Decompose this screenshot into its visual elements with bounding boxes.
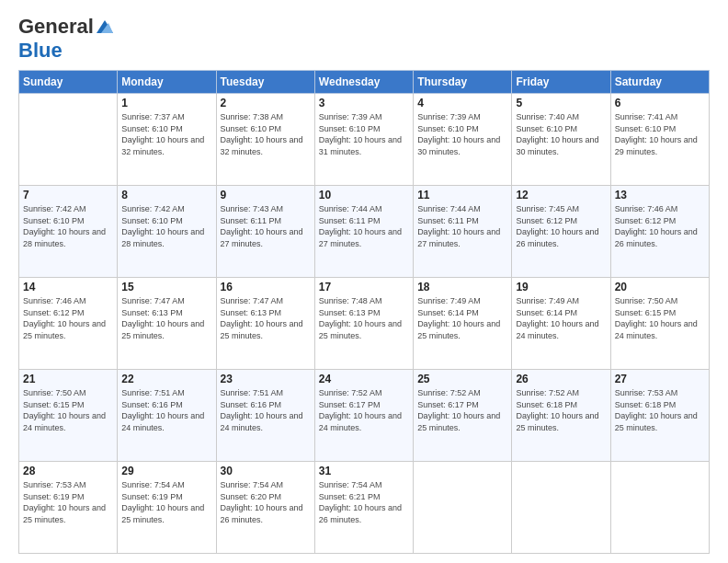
day-number: 1 [121,97,211,109]
week-row-5: 28Sunrise: 7:53 AM Sunset: 6:19 PM Dayli… [19,462,710,554]
calendar-cell: 3Sunrise: 7:39 AM Sunset: 6:10 PM Daylig… [314,94,413,186]
day-info: Sunrise: 7:50 AM Sunset: 6:15 PM Dayligh… [23,387,113,433]
calendar-cell: 13Sunrise: 7:46 AM Sunset: 6:12 PM Dayli… [610,186,709,278]
weekday-header-row: SundayMondayTuesdayWednesdayThursdayFrid… [19,71,710,94]
calendar-cell: 4Sunrise: 7:39 AM Sunset: 6:10 PM Daylig… [414,94,512,186]
calendar-cell [610,462,709,554]
calendar-cell: 8Sunrise: 7:42 AM Sunset: 6:10 PM Daylig… [118,186,216,278]
day-number: 23 [221,373,311,385]
calendar-cell: 21Sunrise: 7:50 AM Sunset: 6:15 PM Dayli… [19,370,118,462]
week-row-2: 7Sunrise: 7:42 AM Sunset: 6:10 PM Daylig… [19,186,710,278]
day-number: 17 [319,281,409,293]
day-number: 26 [516,373,606,385]
day-info: Sunrise: 7:48 AM Sunset: 6:13 PM Dayligh… [319,295,409,341]
day-info: Sunrise: 7:54 AM Sunset: 6:21 PM Dayligh… [319,479,409,525]
calendar-cell: 20Sunrise: 7:50 AM Sunset: 6:15 PM Dayli… [610,278,709,370]
day-number: 5 [516,97,606,109]
calendar-cell [19,94,118,186]
calendar-cell: 14Sunrise: 7:46 AM Sunset: 6:12 PM Dayli… [19,278,118,370]
weekday-header-thursday: Thursday [414,71,512,94]
day-number: 14 [23,281,113,293]
calendar-cell [512,462,610,554]
week-row-3: 14Sunrise: 7:46 AM Sunset: 6:12 PM Dayli… [19,278,710,370]
day-number: 28 [23,465,113,477]
weekday-header-friday: Friday [512,71,610,94]
day-number: 10 [319,189,409,201]
day-info: Sunrise: 7:39 AM Sunset: 6:10 PM Dayligh… [417,111,507,157]
logo-general-text: General [18,15,94,39]
calendar-cell: 5Sunrise: 7:40 AM Sunset: 6:10 PM Daylig… [512,94,610,186]
calendar-cell: 22Sunrise: 7:51 AM Sunset: 6:16 PM Dayli… [118,370,216,462]
calendar-cell: 30Sunrise: 7:54 AM Sunset: 6:20 PM Dayli… [216,462,314,554]
week-row-4: 21Sunrise: 7:50 AM Sunset: 6:15 PM Dayli… [19,370,710,462]
calendar-cell: 1Sunrise: 7:37 AM Sunset: 6:10 PM Daylig… [118,94,216,186]
calendar-cell: 26Sunrise: 7:52 AM Sunset: 6:18 PM Dayli… [512,370,610,462]
day-number: 4 [417,97,507,109]
day-info: Sunrise: 7:50 AM Sunset: 6:15 PM Dayligh… [615,295,705,341]
logo-blue-text: Blue [18,39,63,63]
calendar-cell: 7Sunrise: 7:42 AM Sunset: 6:10 PM Daylig… [19,186,118,278]
day-info: Sunrise: 7:39 AM Sunset: 6:10 PM Dayligh… [319,111,409,157]
day-info: Sunrise: 7:41 AM Sunset: 6:10 PM Dayligh… [615,111,705,157]
day-number: 22 [121,373,211,385]
calendar-cell: 2Sunrise: 7:38 AM Sunset: 6:10 PM Daylig… [216,94,314,186]
day-number: 30 [221,465,311,477]
calendar-cell: 28Sunrise: 7:53 AM Sunset: 6:19 PM Dayli… [19,462,118,554]
header: GeneralBlue [18,15,710,63]
day-info: Sunrise: 7:47 AM Sunset: 6:13 PM Dayligh… [121,295,211,341]
day-info: Sunrise: 7:42 AM Sunset: 6:10 PM Dayligh… [121,203,211,249]
day-info: Sunrise: 7:49 AM Sunset: 6:14 PM Dayligh… [417,295,507,341]
day-info: Sunrise: 7:45 AM Sunset: 6:12 PM Dayligh… [516,203,606,249]
day-number: 21 [23,373,113,385]
day-number: 8 [121,189,211,201]
day-number: 20 [615,281,705,293]
calendar-cell: 19Sunrise: 7:49 AM Sunset: 6:14 PM Dayli… [512,278,610,370]
week-row-1: 1Sunrise: 7:37 AM Sunset: 6:10 PM Daylig… [19,94,710,186]
calendar-cell [414,462,512,554]
calendar-cell: 11Sunrise: 7:44 AM Sunset: 6:11 PM Dayli… [414,186,512,278]
calendar-cell: 29Sunrise: 7:54 AM Sunset: 6:19 PM Dayli… [118,462,216,554]
calendar-cell: 9Sunrise: 7:43 AM Sunset: 6:11 PM Daylig… [216,186,314,278]
calendar-table: SundayMondayTuesdayWednesdayThursdayFrid… [18,70,710,554]
day-number: 25 [417,373,507,385]
day-number: 12 [516,189,606,201]
day-info: Sunrise: 7:51 AM Sunset: 6:16 PM Dayligh… [121,387,211,433]
weekday-header-wednesday: Wednesday [314,71,413,94]
day-number: 16 [221,281,311,293]
logo: GeneralBlue [18,15,113,63]
day-info: Sunrise: 7:44 AM Sunset: 6:11 PM Dayligh… [319,203,409,249]
day-info: Sunrise: 7:49 AM Sunset: 6:14 PM Dayligh… [516,295,606,341]
day-info: Sunrise: 7:42 AM Sunset: 6:10 PM Dayligh… [23,203,113,249]
calendar-cell: 10Sunrise: 7:44 AM Sunset: 6:11 PM Dayli… [314,186,413,278]
day-info: Sunrise: 7:44 AM Sunset: 6:11 PM Dayligh… [417,203,507,249]
day-info: Sunrise: 7:53 AM Sunset: 6:19 PM Dayligh… [23,479,113,525]
day-number: 15 [121,281,211,293]
day-number: 27 [615,373,705,385]
day-info: Sunrise: 7:47 AM Sunset: 6:13 PM Dayligh… [221,295,311,341]
calendar-cell: 16Sunrise: 7:47 AM Sunset: 6:13 PM Dayli… [216,278,314,370]
calendar-cell: 6Sunrise: 7:41 AM Sunset: 6:10 PM Daylig… [610,94,709,186]
day-number: 18 [417,281,507,293]
calendar-cell: 23Sunrise: 7:51 AM Sunset: 6:16 PM Dayli… [216,370,314,462]
day-info: Sunrise: 7:52 AM Sunset: 6:17 PM Dayligh… [319,387,409,433]
day-number: 13 [615,189,705,201]
calendar-cell: 17Sunrise: 7:48 AM Sunset: 6:13 PM Dayli… [314,278,413,370]
day-info: Sunrise: 7:40 AM Sunset: 6:10 PM Dayligh… [516,111,606,157]
day-info: Sunrise: 7:51 AM Sunset: 6:16 PM Dayligh… [221,387,311,433]
weekday-header-saturday: Saturday [610,71,709,94]
day-info: Sunrise: 7:46 AM Sunset: 6:12 PM Dayligh… [23,295,113,341]
day-info: Sunrise: 7:52 AM Sunset: 6:18 PM Dayligh… [516,387,606,433]
calendar-cell: 24Sunrise: 7:52 AM Sunset: 6:17 PM Dayli… [314,370,413,462]
day-info: Sunrise: 7:37 AM Sunset: 6:10 PM Dayligh… [121,111,211,157]
calendar-cell: 12Sunrise: 7:45 AM Sunset: 6:12 PM Dayli… [512,186,610,278]
day-info: Sunrise: 7:53 AM Sunset: 6:18 PM Dayligh… [615,387,705,433]
day-number: 24 [319,373,409,385]
day-number: 9 [221,189,311,201]
calendar-cell: 31Sunrise: 7:54 AM Sunset: 6:21 PM Dayli… [314,462,413,554]
day-info: Sunrise: 7:52 AM Sunset: 6:17 PM Dayligh… [417,387,507,433]
day-number: 3 [319,97,409,109]
day-number: 29 [121,465,211,477]
calendar-cell: 27Sunrise: 7:53 AM Sunset: 6:18 PM Dayli… [610,370,709,462]
calendar-cell: 15Sunrise: 7:47 AM Sunset: 6:13 PM Dayli… [118,278,216,370]
day-number: 2 [221,97,311,109]
